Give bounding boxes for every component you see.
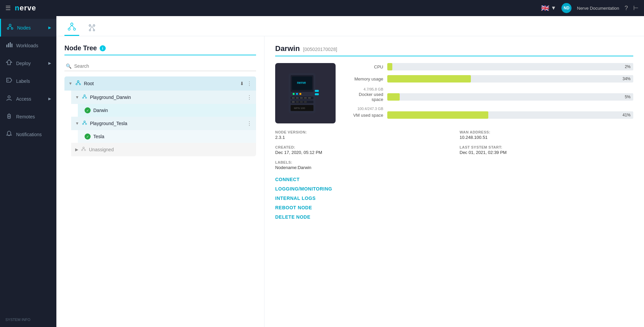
cpu-label: CPU [346,64,383,69]
svg-rect-64 [315,93,319,95]
vm-sublabel: 100.4/247.3 GB [346,107,383,111]
action-links: CONNECT LOGGING/MONITORING INTERNAL LOGS… [275,177,633,220]
svg-point-16 [73,28,76,30]
remotes-icon [5,112,13,121]
hamburger-icon[interactable]: ☰ [5,4,11,12]
svg-point-1 [7,28,9,30]
connect-link[interactable]: CONNECT [275,177,633,182]
access-arrow: ▶ [48,97,51,101]
system-info[interactable]: SYSTEM INFO [0,312,56,327]
svg-rect-54 [296,97,299,99]
svg-line-39 [85,122,86,123]
node-tesla-row[interactable]: ✓ Tesla [78,130,256,143]
svg-point-13 [8,116,10,117]
node-darwin-row[interactable]: ✓ Darwin [78,104,256,117]
svg-point-42 [85,150,86,151]
created-val: Dec 17, 2020, 05:12 PM [275,150,449,155]
topnav-right: 🇬🇧 ▼ ND Nerve Documentation ? ⊢ [541,3,639,13]
svg-point-9 [8,80,9,81]
search-input[interactable] [74,63,255,69]
svg-point-49 [293,93,295,95]
root-more-icon[interactable]: ⋮ [247,80,252,87]
internal-logs-link[interactable]: INTERNAL LOGS [275,196,633,201]
download-icon[interactable]: ⬇ [240,81,244,86]
group1-expand-icon[interactable]: ▼ [75,95,79,100]
docker-sublabel: 4.7/95.8 GB [346,87,383,91]
svg-text:nerve: nerve [297,81,306,85]
darwin-label: Darwin [93,108,252,113]
docker-bar [387,93,400,101]
group1-icon [82,94,87,101]
cpu-bar-wrap: 2% [387,63,633,70]
sidebar-item-access-label: Access [16,96,31,102]
sidebar-item-nodes[interactable]: Nodes ▶ [0,19,56,37]
delete-link[interactable]: DELETE NODE [275,214,633,220]
group-darwin-row[interactable]: ▼ Playground_Darwin [71,91,256,104]
svg-rect-5 [6,45,7,47]
search-bar: 🔍 [64,61,256,71]
tree-root-row[interactable]: ▼ Root ⬇ ⋮ [64,76,256,91]
sidebar-item-labels-label: Labels [16,78,30,84]
logging-link[interactable]: LOGGING/MONITORING [275,186,633,192]
content-area: Node Tree i 🔍 ▼ [56,16,644,327]
sidebar-item-remotes[interactable]: Remotes [0,108,56,125]
flag-icon: 🇬🇧 [541,4,549,12]
svg-line-34 [85,96,86,97]
unassigned-expand-icon[interactable]: ▶ [75,147,78,152]
svg-rect-55 [300,97,303,99]
root-expand-icon[interactable]: ▼ [68,81,72,86]
sidebar-item-remotes-label: Remotes [16,114,35,119]
help-icon[interactable]: ? [625,5,628,12]
sidebar-item-deploy[interactable]: Deploy ▶ [0,54,56,72]
tab-node-tree[interactable] [64,19,79,36]
nodes-icon [6,23,14,32]
svg-rect-6 [8,43,9,47]
sidebar-item-notifications-label: Notifications [16,132,42,137]
reboot-link[interactable]: REBOOT NODE [275,205,633,210]
sidebar-item-deploy-label: Deploy [16,61,31,66]
sidebar-item-workloads[interactable]: Workloads [0,37,56,54]
vm-bar-wrap: 41% [387,111,633,119]
svg-rect-57 [308,97,311,99]
stat-group-vm: 100.4/247.3 GB VM used space 41% [346,107,633,119]
sidebar-item-labels[interactable]: Labels [0,72,56,90]
doc-link[interactable]: Nerve Documentation [577,6,619,11]
info-icon[interactable]: i [100,45,106,51]
svg-rect-61 [300,101,303,103]
user-badge[interactable]: ND [561,3,572,13]
sidebar-item-notifications[interactable]: Notifications [0,125,56,143]
meta-wan-address: WAN ADDRESS: 10.248.100.51 [460,130,634,140]
svg-line-38 [83,122,84,123]
meta-node-version: NODE VERSION: 2.3.1 [275,130,449,140]
deploy-icon [5,59,13,67]
nodes-arrow: ▶ [48,25,51,30]
svg-point-35 [84,121,85,122]
group2-more-icon[interactable]: ⋮ [247,120,252,127]
group1-more-icon[interactable]: ⋮ [247,94,252,101]
svg-rect-63 [315,90,319,92]
language-selector[interactable]: 🇬🇧 ▼ [541,4,556,12]
page-content: Node Tree i 🔍 ▼ [56,36,644,327]
docker-label: Docker used space [346,92,383,102]
group-darwin: ▼ Playground_Darwin [64,91,256,117]
tab-node-list[interactable] [85,19,99,36]
svg-point-20 [93,24,95,26]
labels-val: Nodename:Darwin [275,165,633,170]
svg-line-43 [82,149,84,150]
sidebar-item-access[interactable]: Access ▶ [0,90,56,108]
svg-point-50 [296,93,298,95]
svg-rect-59 [292,101,295,103]
unassigned-row[interactable]: ▶ Unassigned [71,143,256,156]
group2-expand-icon[interactable]: ▼ [75,121,79,126]
group-tesla-row[interactable]: ▼ Playground_Tesla [71,117,256,130]
labels-icon [5,77,13,85]
svg-rect-60 [296,101,299,103]
svg-point-19 [89,24,91,26]
svg-point-30 [84,95,85,96]
svg-line-18 [72,25,75,29]
svg-line-3 [8,26,10,28]
last-start-key: LAST SYSTEM START: [460,145,634,149]
svg-rect-56 [304,97,307,99]
stat-group-docker: 4.7/95.8 GB Docker used space 5% [346,87,633,102]
logout-icon[interactable]: ⊢ [633,4,639,12]
